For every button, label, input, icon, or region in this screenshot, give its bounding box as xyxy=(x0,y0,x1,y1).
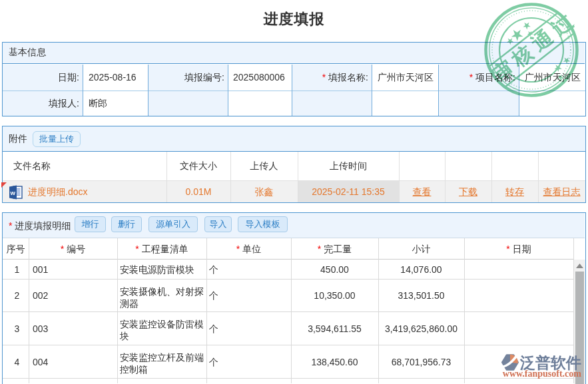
svg-text:w: w xyxy=(10,189,16,196)
